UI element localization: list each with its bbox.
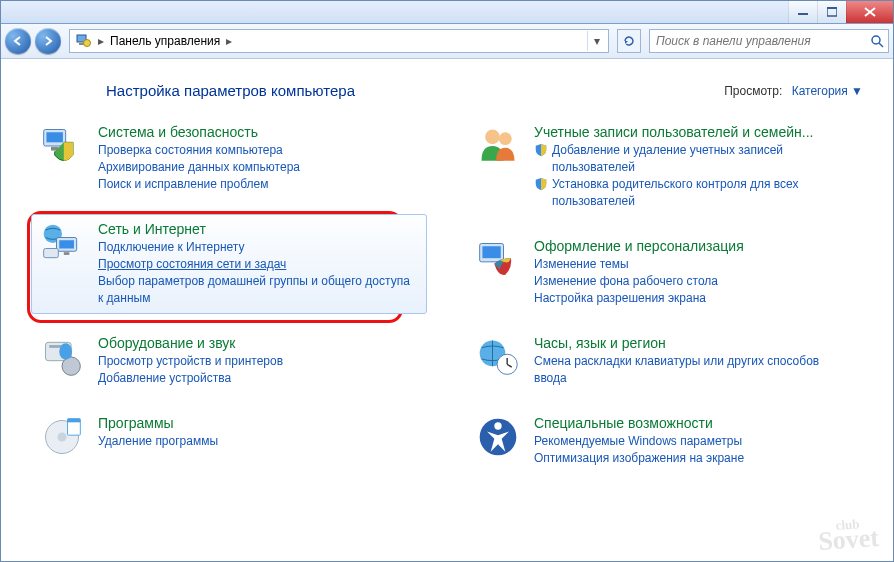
category-title[interactable]: Специальные возможности [534, 415, 854, 431]
svg-point-24 [485, 130, 500, 145]
category-link[interactable]: Удаление программы [98, 433, 418, 450]
category-link[interactable]: Проверка состояния компьютера [98, 142, 418, 159]
page-title: Настройка параметров компьютера [106, 82, 355, 99]
view-label: Просмотр: [724, 84, 782, 98]
category-clock-language-region[interactable]: Часы, язык и регион Смена раскладки клав… [467, 328, 863, 394]
category-link[interactable]: Изменение темы [534, 256, 854, 273]
category-link[interactable]: Настройка разрешения экрана [534, 290, 854, 307]
close-icon [864, 7, 876, 17]
view-value: Категория [792, 84, 848, 98]
network-internet-icon [40, 221, 84, 265]
maximize-icon [827, 7, 837, 17]
svg-line-7 [879, 43, 883, 47]
category-link[interactable]: Добавление устройства [98, 370, 418, 387]
control-panel-window: ▸ Панель управления ▸ ▾ Настройка параме… [0, 0, 894, 562]
left-column: Система и безопасность Проверка состояни… [31, 117, 427, 488]
category-programs[interactable]: Программы Удаление программы [31, 408, 427, 466]
category-link[interactable]: Выбор параметров домашней группы и общег… [98, 273, 418, 307]
svg-rect-14 [64, 252, 70, 255]
address-dropdown-icon[interactable]: ▾ [587, 31, 606, 51]
titlebar [1, 1, 893, 24]
category-user-accounts[interactable]: Учетные записи пользователей и семейн...… [467, 117, 863, 217]
appearance-icon [476, 238, 520, 282]
svg-rect-27 [482, 246, 500, 258]
category-link[interactable]: Установка родительского контроля для все… [552, 176, 854, 210]
category-appearance[interactable]: Оформление и персонализация Изменение те… [467, 231, 863, 314]
svg-rect-15 [44, 249, 59, 258]
category-ease-of-access[interactable]: Специальные возможности Рекомендуемые Wi… [467, 408, 863, 474]
watermark-big: Sovet [818, 523, 881, 556]
navigation-bar: ▸ Панель управления ▸ ▾ [1, 24, 893, 59]
category-link[interactable]: Рекомендуемые Windows параметры [534, 433, 854, 450]
shield-icon [534, 143, 548, 157]
svg-rect-13 [59, 240, 74, 248]
category-hardware-sound[interactable]: Оборудование и звук Просмотр устройств и… [31, 328, 427, 394]
svg-point-25 [499, 132, 512, 145]
category-title[interactable]: Система и безопасность [98, 124, 418, 140]
svg-point-5 [84, 40, 91, 47]
minimize-button[interactable] [788, 1, 817, 23]
right-column: Учетные записи пользователей и семейн...… [467, 117, 863, 488]
forward-arrow-icon [42, 35, 54, 47]
refresh-icon [622, 34, 636, 48]
category-link[interactable]: Смена раскладки клавиатуры или других сп… [534, 353, 854, 387]
address-bar[interactable]: ▸ Панель управления ▸ ▾ [69, 29, 609, 53]
search-box[interactable] [649, 29, 889, 53]
refresh-button[interactable] [617, 29, 641, 53]
svg-rect-9 [46, 132, 62, 142]
shield-icon [534, 177, 548, 191]
programs-icon [40, 415, 84, 459]
category-title[interactable]: Оформление и персонализация [534, 238, 854, 254]
clock-region-icon [476, 335, 520, 379]
back-arrow-icon [12, 35, 24, 47]
breadcrumb-arrow-icon[interactable]: ▸ [224, 34, 234, 48]
chevron-down-icon: ▼ [851, 84, 863, 98]
svg-rect-2 [827, 7, 837, 9]
back-button[interactable] [5, 28, 31, 54]
breadcrumb-root[interactable]: Панель управления [106, 34, 224, 48]
svg-point-31 [494, 422, 501, 429]
category-title[interactable]: Сеть и Интернет [98, 221, 418, 237]
category-title[interactable]: Программы [98, 415, 418, 431]
category-link-network-status[interactable]: Просмотр состояния сети и задач [98, 256, 418, 273]
ease-of-access-icon [476, 415, 520, 459]
svg-rect-23 [68, 419, 81, 423]
category-system-security[interactable]: Система и безопасность Проверка состояни… [31, 117, 427, 200]
control-panel-icon [76, 33, 92, 49]
category-link[interactable]: Поиск и исправление проблем [98, 176, 418, 193]
watermark: club Sovet [817, 518, 880, 553]
category-link[interactable]: Подключение к Интернету [98, 239, 418, 256]
category-link[interactable]: Оптимизация изображения на экране [534, 450, 854, 467]
search-input[interactable] [654, 33, 870, 49]
category-title[interactable]: Оборудование и звук [98, 335, 418, 351]
category-network-internet[interactable]: Сеть и Интернет Подключение к Интернету … [31, 214, 427, 314]
svg-point-19 [59, 343, 72, 360]
breadcrumb-arrow-icon: ▸ [96, 34, 106, 48]
view-selector[interactable]: Просмотр: Категория ▼ [724, 84, 863, 98]
forward-button[interactable] [35, 28, 61, 54]
content-area: Настройка параметров компьютера Просмотр… [1, 58, 893, 561]
category-link[interactable]: Просмотр устройств и принтеров [98, 353, 418, 370]
svg-point-18 [62, 357, 80, 375]
system-security-icon [40, 124, 84, 168]
svg-point-6 [872, 36, 880, 44]
category-link[interactable]: Изменение фона рабочего стола [534, 273, 854, 290]
maximize-button[interactable] [817, 1, 846, 23]
category-title[interactable]: Учетные записи пользователей и семейн... [534, 124, 854, 140]
svg-rect-0 [798, 13, 808, 15]
category-title[interactable]: Часы, язык и регион [534, 335, 854, 351]
close-button[interactable] [846, 1, 893, 23]
hardware-sound-icon [40, 335, 84, 379]
svg-point-21 [57, 432, 66, 441]
search-icon[interactable] [870, 34, 884, 48]
category-link[interactable]: Добавление и удаление учетных записей по… [552, 142, 854, 176]
user-accounts-icon [476, 124, 520, 168]
category-link[interactable]: Архивирование данных компьютера [98, 159, 418, 176]
minimize-icon [798, 8, 808, 16]
